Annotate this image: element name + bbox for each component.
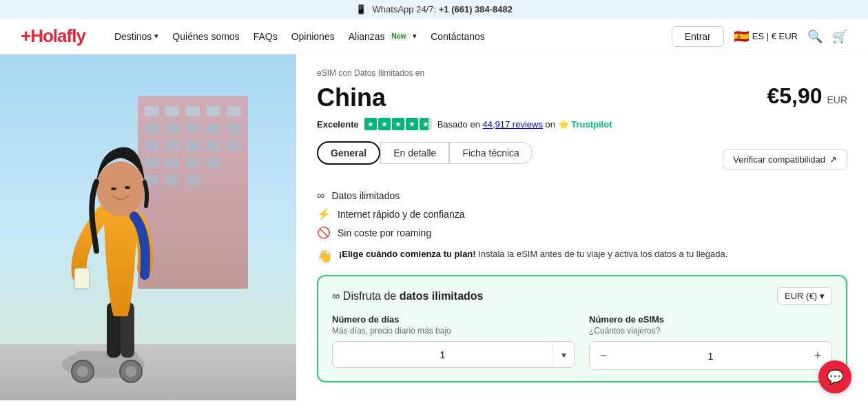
rating-text: Basado en 44,917 reviews on ⭐ Trustpilot [437,119,612,130]
external-link-icon: ↗ [829,154,837,165]
navbar: +Holafly Destinos ▾ Quiénes somos FAQs O… [0,19,868,54]
nav-links: Destinos ▾ Quiénes somos FAQs Opiniones … [114,31,655,42]
infinity-icon: ∞ [317,189,324,202]
svg-rect-19 [186,158,200,168]
product-panel: eSIM con Datos Ilimitados en China €5,90… [296,54,868,400]
phone-link[interactable]: +1 (661) 384-8482 [439,4,513,14]
chat-icon: 💬 [827,369,844,385]
lightning-icon: ⚡ [317,207,331,221]
days-sublabel: Más días, precio diario más bajo [332,326,575,336]
logo-plus: + [21,25,30,46]
rating-row: Excelente ★ ★ ★ ★ ★ Basado en 44,917 rev… [317,118,847,130]
days-field: Número de días Más días, precio diario m… [332,314,575,370]
esims-sublabel: ¿Cuántos viajeros? [589,326,832,336]
nav-faqs[interactable]: FAQs [254,31,278,42]
feature-label-2: Internet rápido y de confianza [338,209,464,220]
price-currency: EUR [827,94,847,105]
whatsapp-icon: 📱 [355,4,366,14]
svg-rect-11 [227,123,241,134]
svg-point-30 [125,366,136,377]
svg-point-36 [125,186,130,189]
no-roaming-icon: 🚫 [317,226,331,239]
nav-contactanos[interactable]: Contáctanos [431,31,485,42]
svg-rect-7 [145,123,158,134]
svg-rect-20 [207,158,220,168]
lang-label: ES | € EUR [752,31,798,41]
svg-point-29 [77,366,88,377]
chevron-down-icon: ▾ [154,32,158,41]
svg-rect-6 [227,106,241,116]
svg-rect-17 [145,158,158,168]
svg-rect-3 [165,106,179,116]
svg-rect-33 [74,268,90,289]
compat-button[interactable]: Verificar compatibilidad ↗ [723,149,847,170]
star-3: ★ [392,118,404,130]
svg-rect-24 [0,344,296,400]
info-note-text: ¡Elige cuándo comienza tu plan! Instala … [339,249,727,259]
tab-ficha-tecnica[interactable]: Ficha técnica [449,142,532,164]
chevron-down-icon-2: ▾ [413,32,417,41]
trustpilot-label: Trustpilot [571,119,612,130]
star-5-half: ★ [420,118,432,130]
svg-rect-2 [145,106,158,116]
product-photo [0,54,296,400]
info-note: 👋 ¡Elige cuándo comienza tu plan! Instal… [317,249,847,264]
entrar-button[interactable]: Entrar [672,26,724,47]
rating-label: Excelente [317,119,359,130]
svg-rect-22 [165,175,179,185]
svg-point-34 [96,161,145,216]
reviews-link[interactable]: 44,917 reviews [483,119,543,130]
plan-title: ∞ Disfruta de datos ilimitados [332,290,483,303]
nav-destinos[interactable]: Destinos ▾ [114,31,158,42]
days-input-row[interactable]: 1 ▾ [332,341,575,368]
nav-quienes[interactable]: Quiénes somos [172,31,239,42]
esims-stepper: − 1 + [589,341,832,370]
feature-no-roaming: 🚫 Sin coste por roaming [317,226,847,239]
new-badge: New [388,32,411,41]
nav-opiniones[interactable]: Opiniones [291,31,335,42]
nav-alianzas[interactable]: Alianzas New ▾ [349,31,417,42]
days-label: Número de días [332,314,575,325]
svg-rect-16 [227,141,241,151]
whatsapp-label: WhatsApp 24/7: [373,4,437,14]
svg-rect-10 [207,123,220,134]
language-selector[interactable]: 🇪🇸 ES | € EUR [734,29,798,44]
spain-flag-icon: 🇪🇸 [734,29,749,44]
tab-general[interactable]: General [317,141,380,165]
product-price: €5,90 [767,83,822,108]
star-2: ★ [378,118,391,130]
chat-fab-button[interactable]: 💬 [818,360,851,393]
tab-en-detalle[interactable]: En detalle [380,142,449,164]
esims-decrement-button[interactable]: − [590,342,617,369]
svg-point-35 [111,187,116,190]
chevron-down-icon-currency: ▾ [820,291,825,301]
search-icon[interactable]: 🔍 [807,29,823,44]
star-rating: ★ ★ ★ ★ ★ [364,118,432,130]
product-title: China [317,83,386,112]
svg-rect-13 [165,141,179,151]
feature-fast-internet: ⚡ Internet rápido y de confianza [317,207,847,221]
days-dropdown-btn[interactable]: ▾ [552,342,575,367]
plan-selection-box: ∞ Disfruta de datos ilimitados EUR (€) ▾… [317,275,847,382]
svg-rect-15 [207,141,220,151]
currency-selector[interactable]: EUR (€) ▾ [777,287,832,305]
price-block: €5,90 EUR [767,83,847,109]
product-tabs: General En detalle Ficha técnica [317,141,533,165]
days-value: 1 [333,342,552,367]
star-4: ★ [406,118,418,130]
svg-rect-23 [186,175,200,185]
svg-rect-8 [165,123,179,134]
esims-field: Número de eSIMs ¿Cuántos viajeros? − 1 + [589,314,832,370]
features-list: ∞ Datos ilimitados ⚡ Internet rápido y d… [317,189,847,239]
feature-unlimited-data: ∞ Datos ilimitados [317,189,847,202]
svg-rect-18 [165,158,179,168]
esims-value: 1 [617,350,804,362]
logo[interactable]: +Holafly [21,25,85,47]
feature-label-3: Sin coste por roaming [338,227,431,238]
plan-fields: Número de días Más días, precio diario m… [332,314,832,370]
svg-rect-5 [207,106,220,116]
plan-box-header: ∞ Disfruta de datos ilimitados EUR (€) ▾ [332,287,832,305]
cart-icon[interactable]: 🛒 [832,29,847,44]
breadcrumb: eSIM con Datos Ilimitados en [317,68,847,78]
currency-label: EUR (€) [785,291,817,301]
